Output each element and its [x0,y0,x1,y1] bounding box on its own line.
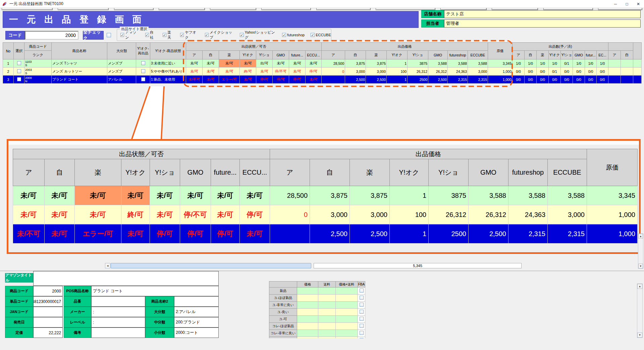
condition-value-cell[interactable] [318,302,336,309]
fba-checkbox[interactable] [360,324,364,328]
vscroll-up-icon[interactable]: ▲ [638,234,643,238]
check-all-button[interactable]: 全チェック [83,31,104,40]
condition-value-cell[interactable] [336,309,358,316]
product-grid[interactable]: No選択商品コード商品名称大分類Y!オク-再出品Y!オク-商品状態出品状態／可否… [3,42,642,84]
field-value[interactable]: 22,222 [33,327,63,338]
site-option[interactable]: ✓ヤフオク [180,30,199,40]
condition-value-cell[interactable] [297,337,318,339]
maximize-button[interactable]: □ [621,0,633,8]
site-checkbox[interactable]: ✓ [240,33,244,37]
amazon-title-field[interactable] [33,271,219,286]
condition-value-cell[interactable] [297,316,318,323]
condition-value-cell[interactable] [336,316,358,323]
condition-label: コレ-良い [269,337,297,339]
col-price-site: GMO [428,51,448,59]
close-button[interactable]: ✕ [633,0,644,8]
row-select-checkbox[interactable] [17,69,21,73]
field-value[interactable] [174,296,219,307]
row-select-checkbox[interactable] [17,77,21,81]
field-value[interactable]: ブランド コート [91,286,219,296]
field-value[interactable] [91,327,145,338]
field-value[interactable]: 24812300000017 [33,296,63,307]
site-checkbox[interactable]: ✓ [205,33,209,37]
condition-value-cell[interactable] [318,295,336,302]
fba-checkbox[interactable] [360,331,364,335]
site-label: メイクショップ [210,30,234,40]
condition-value-cell[interactable] [297,330,318,337]
check-all-checkbox[interactable] [107,33,111,37]
vscroll-down-icon[interactable]: ▼ [638,264,643,268]
group-price: 出品価格 [322,43,488,51]
status-cell: 未/可 [219,68,240,76]
field-value[interactable]: 2:アパレル [174,307,219,317]
condition-value-cell[interactable] [336,302,358,309]
condition-value-cell[interactable] [318,337,336,339]
condition-value-cell[interactable] [336,288,358,295]
fba-checkbox[interactable] [360,338,364,338]
condition-value-cell[interactable] [318,330,336,337]
price-cell: 2,315 [548,224,587,244]
table-row[interactable]: 32000Nブランド コートアパレル1:新品、未使用未/不可未/可エラー/可未/… [3,76,642,84]
condition-value-cell[interactable] [336,295,358,302]
site-option[interactable]: ✓楽天 [163,30,174,40]
select-cell [14,76,24,84]
field-value[interactable] [33,317,63,327]
price-cell: 2,500 [345,76,366,84]
condition-value-cell[interactable] [336,330,358,337]
fba-checkbox[interactable] [360,310,364,314]
table-row[interactable]: 22003Sメンズ カットソーメンズブ5:やや傷や汚れあり未/可未/可未/可終/… [3,68,642,76]
condition-value-cell[interactable] [318,316,336,323]
condition-value-cell[interactable] [318,309,336,316]
condition-value-cell[interactable] [297,309,318,316]
site-option[interactable]: ✓futureshop [282,33,305,37]
site-checkbox[interactable]: ✓ [145,33,149,37]
grid-vscrollbar[interactable]: ▲ ▼ [638,233,643,269]
price-cell: 2,500 [428,76,448,84]
code-input[interactable]: 2000 [25,31,78,40]
field-value[interactable]: 2000:コート [174,327,219,338]
field-value[interactable] [91,296,145,307]
field-value[interactable]: 2000 [33,286,63,296]
site-checkbox[interactable]: ✓ [163,33,166,37]
price-cell: 2,315 [508,224,548,244]
row-select-checkbox[interactable] [17,61,21,65]
site-checkbox[interactable]: ✓ [120,33,124,37]
fba-checkbox[interactable] [360,303,364,307]
field-value[interactable]: : [91,317,145,327]
condition-value-cell[interactable] [297,288,318,295]
site-option[interactable]: ✓ECCUBE [311,33,331,37]
status-cell: 未/可 [45,186,75,205]
condition-value-cell[interactable] [297,295,318,302]
condition-value-cell[interactable] [318,323,336,330]
reexhibit-checkbox[interactable] [141,61,145,65]
fba-checkbox[interactable] [360,289,364,293]
minimize-button[interactable]: ─ [610,0,621,8]
hscroll-left-arrow-icon[interactable]: ◄ [105,263,110,268]
fba-checkbox[interactable] [360,296,364,300]
field-value[interactable] [33,307,63,317]
detail-vscrollbar[interactable]: ▲ ▼ [637,283,643,338]
site-option[interactable]: ✓メイクショップ [205,30,234,40]
reexhibit-checkbox[interactable] [141,69,145,73]
condition-value-cell[interactable] [297,302,318,309]
fba-checkbox[interactable] [360,317,364,321]
col-count-site: Y!オク [549,51,561,59]
condition-value-cell[interactable] [336,337,358,339]
site-option[interactable]: ✓Yahoo!ショッピング [240,30,276,40]
condition-value-cell[interactable] [297,323,318,330]
detail-vscroll-up-icon[interactable]: ▲ [637,284,642,289]
hscroll-thumb[interactable] [111,263,311,268]
group-price: 出品価格 [270,149,587,159]
field-value[interactable]: 200:ブランド [174,317,219,327]
condition-value-cell[interactable] [318,288,336,295]
field-label: JANコード [5,307,33,317]
table-row[interactable]: 11103Sメンズ Tシャツメンズブ3:未使用に近い未/可未/可未/可未/可出/… [3,59,642,68]
field-value[interactable]: : [91,307,145,317]
count-cell: 0/0 [513,76,525,84]
condition-value-cell[interactable] [336,323,358,330]
site-checkbox[interactable]: ✓ [311,33,315,37]
site-checkbox[interactable]: ✓ [180,33,184,37]
reexhibit-checkbox[interactable] [141,77,145,81]
detail-vscroll-down-icon[interactable]: ▼ [637,333,642,338]
site-checkbox[interactable]: ✓ [282,33,286,37]
